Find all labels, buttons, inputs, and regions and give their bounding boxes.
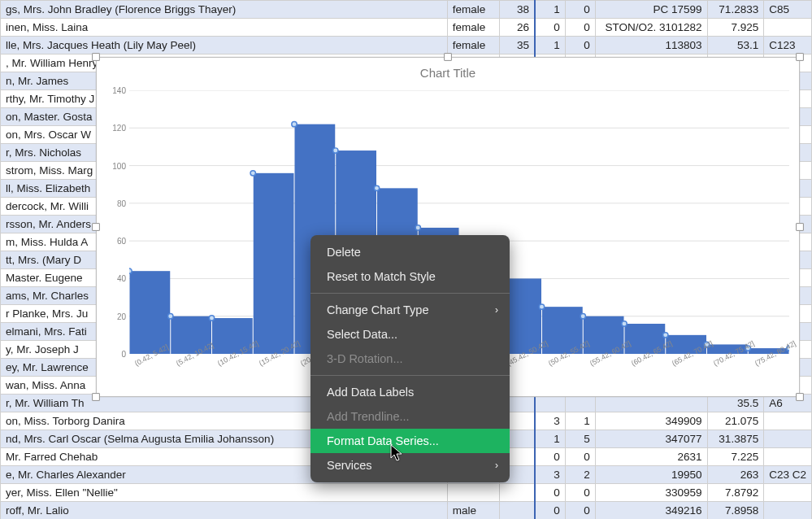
series-point[interactable] — [333, 148, 338, 153]
cell-ticket[interactable]: 347077 — [595, 430, 707, 448]
menu-item-format-data-series[interactable]: Format Data Series... — [310, 429, 510, 453]
table-row[interactable]: yer, Miss. Ellen "Nellie"003309597.8792 — [1, 484, 812, 502]
table-row[interactable]: gs, Mrs. John Bradley (Florence Briggs T… — [1, 1, 812, 19]
cell-sib[interactable]: 0 — [535, 502, 565, 520]
cell-name[interactable]: yer, Miss. Ellen "Nellie" — [1, 484, 448, 502]
cell-name[interactable]: gs, Mrs. John Bradley (Florence Briggs T… — [1, 1, 448, 19]
cell-cabin[interactable] — [764, 412, 812, 430]
cell-age[interactable] — [500, 502, 535, 520]
cell-cabin[interactable]: C85 — [764, 1, 812, 19]
menu-item-delete[interactable]: Delete — [310, 240, 510, 264]
cell-fare[interactable]: 7.8958 — [707, 502, 764, 520]
cell-par[interactable]: 0 — [565, 37, 595, 55]
cell-fare[interactable]: 21.075 — [707, 412, 764, 430]
resize-handle[interactable] — [796, 223, 804, 231]
menu-item-select-data[interactable]: Select Data... — [310, 322, 510, 347]
menu-item-add-data-labels[interactable]: Add Data Labels — [310, 380, 510, 404]
cell-sib[interactable]: 0 — [535, 19, 565, 37]
series-point[interactable] — [539, 304, 544, 309]
table-row[interactable]: inen, Miss. Lainafemale2600STON/O2. 3101… — [1, 19, 812, 37]
cell-sex[interactable] — [447, 484, 499, 502]
cell-name[interactable]: lle, Mrs. Jacques Heath (Lily May Peel) — [1, 37, 448, 55]
cell-fare[interactable]: 53.1 — [707, 37, 764, 55]
cell-ticket[interactable]: 113803 — [595, 37, 707, 55]
cell-cabin[interactable]: C23 C2 — [764, 466, 812, 484]
cell-cabin[interactable] — [764, 19, 812, 37]
menu-item-d-rotation: 3-D Rotation... — [310, 347, 510, 371]
cell-sex[interactable]: female — [447, 37, 499, 55]
table-row[interactable]: roff, Mr. Laliomale003492167.8958 — [1, 502, 812, 520]
cell-sex[interactable]: female — [447, 1, 499, 19]
cell-ticket[interactable]: 349216 — [595, 502, 707, 520]
cell-age[interactable]: 26 — [500, 19, 535, 37]
resize-handle[interactable] — [796, 393, 804, 401]
cell-par[interactable]: 0 — [565, 502, 595, 520]
series-point[interactable] — [580, 314, 585, 319]
cell-ticket[interactable]: PC 17599 — [595, 1, 707, 19]
cell-fare[interactable]: 263 — [707, 466, 764, 484]
context-menu[interactable]: DeleteReset to Match StyleChange Chart T… — [310, 235, 510, 482]
y-tick: 20 — [117, 312, 126, 321]
cell-ticket[interactable]: 19950 — [595, 466, 707, 484]
cell-sib[interactable]: 1 — [535, 430, 565, 448]
cell-par[interactable]: 0 — [565, 484, 595, 502]
cell-age[interactable]: 35 — [500, 37, 535, 55]
cell-sib[interactable]: 1 — [535, 1, 565, 19]
cell-cabin[interactable] — [764, 448, 812, 466]
submenu-arrow-icon: › — [495, 460, 498, 471]
cell-fare[interactable]: 71.2833 — [707, 1, 764, 19]
cell-cabin[interactable]: C123 — [764, 37, 812, 55]
menu-item-services[interactable]: Services› — [310, 453, 510, 478]
series-point[interactable] — [374, 185, 379, 190]
chart-title[interactable]: Chart Title — [97, 58, 799, 80]
cell-sex[interactable]: female — [447, 19, 499, 37]
chart-bar[interactable] — [129, 271, 170, 354]
cell-ticket[interactable]: 349909 — [595, 412, 707, 430]
cell-cabin[interactable] — [764, 430, 812, 448]
series-point[interactable] — [663, 333, 668, 338]
cell-sib[interactable]: 3 — [535, 466, 565, 484]
cell-fare[interactable]: 7.8792 — [707, 484, 764, 502]
series-point[interactable] — [250, 171, 255, 176]
cell-name[interactable]: roff, Mr. Lalio — [1, 502, 448, 520]
series-point[interactable] — [292, 121, 297, 126]
cell-par[interactable]: 0 — [565, 19, 595, 37]
cell-ticket[interactable]: 330959 — [595, 484, 707, 502]
resize-handle[interactable] — [92, 223, 100, 231]
cell-sib[interactable]: 3 — [535, 412, 565, 430]
cell-ticket[interactable]: STON/O2. 3101282 — [595, 19, 707, 37]
cell-sib[interactable]: 0 — [535, 484, 565, 502]
menu-item-reset-to-match-style[interactable]: Reset to Match Style — [310, 264, 510, 289]
cell-fare[interactable]: 31.3875 — [707, 430, 764, 448]
cell-age[interactable] — [500, 484, 535, 502]
cell-name[interactable]: inen, Miss. Laina — [1, 19, 448, 37]
chart-bar[interactable] — [254, 173, 294, 354]
table-row[interactable]: lle, Mrs. Jacques Heath (Lily May Peel)f… — [1, 37, 812, 55]
menu-item-change-chart-type[interactable]: Change Chart Type› — [310, 298, 510, 322]
cell-fare[interactable]: 7.925 — [707, 19, 764, 37]
series-point[interactable] — [622, 321, 627, 326]
cell-ticket[interactable]: 2631 — [595, 448, 707, 466]
cell-cabin[interactable] — [764, 502, 812, 520]
cell-par[interactable]: 0 — [565, 1, 595, 19]
cell-age[interactable]: 38 — [500, 1, 535, 19]
resize-handle[interactable] — [92, 53, 100, 61]
series-point[interactable] — [129, 268, 132, 273]
cell-cabin[interactable] — [764, 484, 812, 502]
cell-fare[interactable]: 7.225 — [707, 448, 764, 466]
cell-sib[interactable]: 1 — [535, 37, 565, 55]
cell-par[interactable]: 0 — [565, 448, 595, 466]
resize-handle[interactable] — [444, 53, 452, 61]
cell-par[interactable]: 1 — [565, 412, 595, 430]
series-point[interactable] — [415, 225, 420, 230]
cell-par[interactable]: 5 — [565, 430, 595, 448]
y-tick: 60 — [117, 237, 126, 246]
resize-handle[interactable] — [92, 393, 100, 401]
resize-handle[interactable] — [796, 53, 804, 61]
cell-par[interactable]: 2 — [565, 466, 595, 484]
series-point[interactable] — [168, 314, 173, 319]
menu-separator — [310, 375, 510, 376]
cell-sex[interactable]: male — [447, 502, 499, 520]
cell-sib[interactable]: 0 — [535, 448, 565, 466]
series-point[interactable] — [209, 316, 214, 321]
